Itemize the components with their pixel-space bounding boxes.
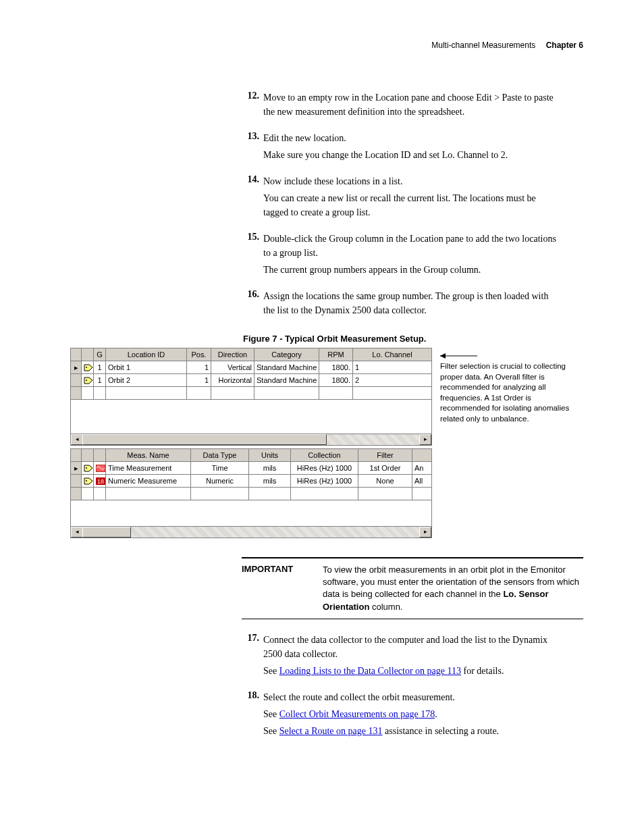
scroll-thumb[interactable] [82,527,131,538]
svg-marker-2 [84,377,92,384]
column-header [82,348,94,361]
step-text: Assign the locations the same group numb… [263,289,560,317]
step-text: Edit the new location.Make sure you chan… [263,131,560,162]
wave-icon [96,465,105,472]
step-number: 14. [243,174,259,185]
section-title: Multi-channel Measurements [431,41,535,50]
step-detail: See Select a Route on page 131 assistanc… [263,724,560,738]
svg-marker-4 [84,465,92,471]
svg-point-3 [86,380,87,381]
cross-ref-link[interactable]: Select a Route on page 131 [279,726,383,736]
cross-ref-link[interactable]: Collect Orbit Measurements on page 178 [279,709,435,719]
scroll-thumb[interactable] [82,434,327,445]
step-text: Select the route and collect the orbit m… [263,690,560,738]
step-number: 12. [243,90,259,101]
location-table: GLocation IDPos.DirectionCategoryRPMLo. … [70,348,432,400]
numeric-icon: 18 [96,477,105,485]
column-header [71,449,82,462]
column-header: Lo. Channel [353,348,432,361]
step-number: 16. [243,289,259,300]
figure-caption: Figure 7 - Typical Orbit Measurement Set… [243,334,583,344]
column-header: Location ID [106,348,187,361]
callout-arrow-icon [440,352,481,360]
step-detail: See Collect Orbit Measurements on page 1… [263,707,560,721]
svg-marker-12 [440,353,446,359]
important-callout: IMPORTANT To view the orbit measurements… [242,557,583,619]
scroll-right-button[interactable]: ▸ [419,434,431,445]
table-row[interactable]: 18Numeric MeasuremeNumericmilsHiRes (Hz)… [71,475,432,488]
svg-point-8 [86,480,87,481]
step-number: 17. [243,633,259,644]
tag-icon [84,477,93,485]
step-text: Now include these locations in a list.Yo… [263,174,560,219]
column-header: RPM [319,348,353,361]
column-header: Category [254,348,319,361]
table-row[interactable]: 1Orbit 21HorizontalStandard Machine1800.… [71,374,432,387]
scroll-right-button[interactable]: ▸ [419,527,431,538]
column-header: Direction [211,348,254,361]
step-text: Move to an empty row in the Location pan… [263,90,560,119]
step-detail: The current group numbers appears in the… [263,263,560,277]
figure-screenshot: GLocation IDPos.DirectionCategoryRPMLo. … [70,348,432,538]
column-header [412,449,432,462]
svg-point-5 [86,467,87,469]
column-header: Data Type [191,449,249,462]
step-text: Connect the data collector to the comput… [263,633,560,678]
horizontal-scrollbar[interactable]: ◂ ▸ [70,434,432,446]
tag-icon [84,465,93,472]
cross-ref-link[interactable]: Loading Lists to the Data Collector on p… [279,666,461,676]
chapter-label: Chapter 6 [546,41,583,50]
side-note: Filter selection is crucial to collectin… [440,352,575,424]
tag-icon [84,364,93,371]
step-number: 13. [243,131,259,142]
column-header: Filter [358,449,412,462]
step-text: Double-click the Group column in the Loc… [263,232,560,277]
svg-point-1 [86,367,87,368]
important-text: To view the orbit measurements in an orb… [323,564,583,613]
step-detail: See Loading Lists to the Data Collector … [263,664,560,678]
svg-marker-7 [84,478,92,484]
svg-text:18: 18 [97,478,104,485]
column-header: Pos. [187,348,211,361]
table-row[interactable]: ▸Time MeasurementTimemilsHiRes (Hz) 1000… [71,462,432,475]
important-label: IMPORTANT [242,564,323,613]
column-header: Meas. Name [106,449,191,462]
scroll-left-button[interactable]: ◂ [71,434,83,445]
table-row[interactable]: ▸1Orbit 11VerticalStandard Machine1800.1 [71,361,432,374]
column-header: Units [249,449,291,462]
column-header: Collection [291,449,358,462]
tag-icon [84,377,93,384]
measurement-table: Meas. NameData TypeUnitsCollectionFilter… [70,448,432,500]
column-header: G [94,348,106,361]
column-header [82,449,94,462]
scroll-left-button[interactable]: ◂ [71,527,83,538]
svg-marker-0 [84,365,92,371]
horizontal-scrollbar-2[interactable]: ◂ ▸ [70,526,432,538]
column-header [71,348,82,361]
column-header [94,449,106,462]
page-header: Multi-channel Measurements Chapter 6 [68,41,583,50]
step-number: 15. [243,232,259,242]
step-number: 18. [243,690,259,701]
step-detail: You can create a new list or recall the … [263,191,560,219]
step-detail: Make sure you change the Location ID and… [263,148,560,162]
